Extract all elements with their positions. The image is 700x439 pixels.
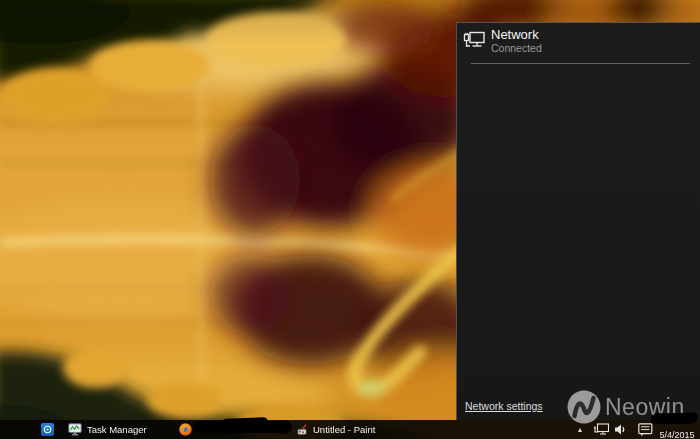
flyout-separator — [471, 63, 690, 64]
firefox-icon — [179, 423, 192, 436]
tray-date: 5/4/2015 — [656, 430, 698, 439]
redaction-blob-time — [651, 413, 698, 425]
ethernet-icon — [463, 30, 487, 52]
network-flyout: Network Connected Network settings — [456, 22, 700, 420]
taskbar-label-paint: Untitled - Paint — [313, 424, 375, 435]
blue-app-icon — [42, 424, 53, 435]
taskbar-button-task-manager[interactable]: Task Manager — [68, 423, 147, 436]
tray-action-center-icon[interactable] — [638, 423, 653, 437]
network-connection-item[interactable]: Network Connected — [457, 23, 700, 63]
tray-volume-icon[interactable] — [614, 423, 626, 436]
network-settings-link[interactable]: Network settings — [465, 400, 543, 412]
paint-icon — [296, 424, 308, 436]
network-status: Connected — [491, 42, 542, 55]
tray-clock[interactable]: 5/4/2015 — [656, 422, 698, 439]
network-title: Network — [491, 27, 542, 42]
taskbar-app-blue-button[interactable] — [41, 423, 54, 436]
desktop: Network Connected Network settings Neowi… — [0, 0, 700, 439]
taskbar-app-firefox-button[interactable] — [179, 423, 192, 436]
taskbar-label-task-manager: Task Manager — [87, 424, 147, 435]
chevron-up-icon: ▲ — [577, 426, 584, 433]
redaction-blob-taskbar — [194, 421, 286, 433]
task-manager-icon — [68, 423, 82, 436]
show-hidden-icons-button[interactable]: ▲ — [575, 425, 585, 435]
taskbar: Task Manager Untitled - Pain — [0, 420, 700, 439]
tray-network-icon[interactable] — [593, 423, 610, 436]
network-text-block: Network Connected — [491, 27, 542, 55]
taskbar-button-paint[interactable]: Untitled - Paint — [296, 423, 375, 436]
